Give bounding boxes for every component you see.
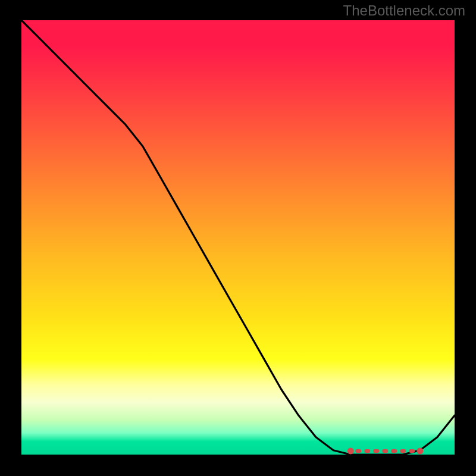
watermark-text: TheBottleneck.com — [343, 2, 465, 19]
bottleneck-curve — [21, 20, 455, 455]
optimal-range-markers — [347, 448, 424, 455]
marker-dash — [400, 449, 406, 453]
marker-end-dot — [416, 448, 423, 455]
marker-dash — [382, 449, 388, 453]
marker-dash — [355, 449, 361, 453]
marker-dash — [391, 449, 397, 453]
chart-svg — [21, 20, 455, 455]
marker-end-dot — [347, 448, 354, 455]
chart-frame: TheBottleneck.com — [0, 0, 476, 476]
marker-dash — [409, 449, 415, 453]
marker-dash — [364, 449, 370, 453]
marker-dash — [373, 449, 379, 453]
